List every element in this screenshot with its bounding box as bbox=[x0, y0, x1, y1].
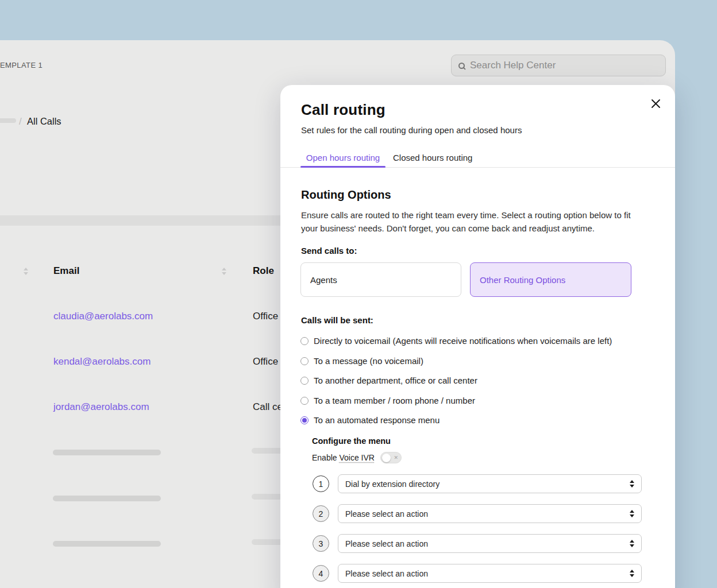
select-stepper-icon bbox=[630, 570, 634, 577]
select-stepper-icon bbox=[630, 510, 634, 517]
template-label: EMPLATE 1 bbox=[0, 61, 43, 69]
radio-icon[interactable] bbox=[300, 337, 309, 345]
select-stepper-icon bbox=[630, 480, 634, 488]
radio-directly-to-voicemail[interactable]: Directly to voicemail (Agents will recei… bbox=[300, 336, 612, 346]
breadcrumb-skeleton bbox=[0, 118, 16, 123]
table-row-role: Office bbox=[253, 356, 278, 368]
enable-voice-ivr-row: Enable Voice IVR ✕ bbox=[312, 451, 402, 464]
send-calls-label: Send calls to: bbox=[301, 246, 357, 256]
radio-automated-response-menu[interactable]: To an automated response menu bbox=[300, 415, 440, 425]
menu-action-select-4[interactable]: Please select an action bbox=[338, 564, 642, 583]
table-row-role: Call ce bbox=[253, 401, 283, 413]
table-row-role: Office bbox=[253, 311, 278, 322]
search-input[interactable] bbox=[470, 60, 658, 71]
tab-open-hours-routing[interactable]: Open hours routing bbox=[300, 153, 386, 163]
radio-icon[interactable] bbox=[300, 357, 309, 365]
tab-closed-hours-routing[interactable]: Closed hours routing bbox=[393, 153, 472, 163]
radio-icon[interactable] bbox=[300, 397, 309, 405]
menu-action-select-2[interactable]: Please select an action bbox=[338, 504, 642, 523]
configure-menu-title: Configure the menu bbox=[312, 436, 391, 446]
menu-item-4: 4 Please select an action bbox=[313, 564, 642, 583]
breadcrumb[interactable]: All Calls bbox=[27, 116, 61, 127]
column-header-role[interactable]: Role bbox=[253, 265, 274, 277]
menu-action-select-3[interactable]: Please select an action bbox=[338, 534, 642, 553]
radio-another-department[interactable]: To another department, office or call ce… bbox=[300, 376, 477, 385]
routing-options-heading: Routing Options bbox=[301, 188, 391, 202]
radio-icon-selected[interactable] bbox=[300, 416, 309, 424]
menu-number-badge: 1 bbox=[313, 475, 329, 492]
calls-will-be-sent-label: Calls will be sent: bbox=[301, 315, 373, 325]
menu-number-badge: 3 bbox=[313, 535, 329, 552]
toggle-off-icon: ✕ bbox=[394, 454, 398, 461]
menu-number-badge: 2 bbox=[313, 505, 329, 522]
toggle-knob bbox=[382, 454, 391, 462]
select-stepper-icon bbox=[630, 540, 634, 547]
modal-title: Call routing bbox=[301, 101, 386, 119]
menu-number-badge: 4 bbox=[313, 565, 329, 582]
sort-icon[interactable] bbox=[221, 268, 227, 275]
agents-option-button[interactable]: Agents bbox=[300, 262, 461, 297]
menu-item-2: 2 Please select an action bbox=[313, 504, 642, 523]
skeleton-row bbox=[53, 496, 161, 501]
routing-options-description: Ensure calls are routed to the right tea… bbox=[301, 208, 634, 235]
modal-subtitle: Set rules for the call routing during op… bbox=[301, 125, 522, 135]
menu-action-select-1[interactable]: Dial by extension directory bbox=[338, 474, 642, 493]
radio-team-member[interactable]: To a team member / room phone / number bbox=[300, 396, 475, 405]
radio-icon[interactable] bbox=[300, 377, 309, 385]
table-row-email-link[interactable]: kendal@aerolabs.com bbox=[53, 356, 151, 368]
table-row-email-link[interactable]: claudia@aerolabs.com bbox=[53, 311, 153, 322]
other-routing-options-button[interactable]: Other Routing Options bbox=[470, 262, 631, 297]
column-header-email[interactable]: Email bbox=[53, 265, 79, 277]
search-icon bbox=[458, 63, 465, 69]
menu-item-3: 3 Please select an action bbox=[313, 534, 642, 553]
breadcrumb-separator: / bbox=[19, 116, 22, 127]
radio-to-a-message[interactable]: To a message (no voicemail) bbox=[300, 356, 423, 366]
enable-label: Enable bbox=[312, 453, 337, 462]
sort-icon[interactable] bbox=[23, 268, 29, 275]
active-tab-underline bbox=[300, 166, 386, 168]
skeleton-row bbox=[53, 450, 161, 455]
close-icon[interactable] bbox=[650, 98, 661, 109]
table-row-email-link[interactable]: jordan@aerolabs.com bbox=[53, 401, 149, 413]
search-box[interactable] bbox=[451, 55, 666, 76]
voice-ivr-toggle[interactable]: ✕ bbox=[380, 452, 402, 463]
menu-item-1: 1 Dial by extension directory bbox=[313, 474, 642, 493]
skeleton-row bbox=[53, 541, 161, 547]
call-routing-modal: Call routing Set rules for the call rout… bbox=[280, 85, 675, 588]
voice-ivr-term: Voice IVR bbox=[339, 453, 374, 462]
